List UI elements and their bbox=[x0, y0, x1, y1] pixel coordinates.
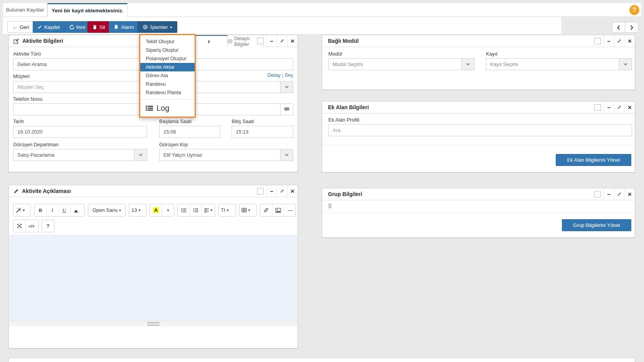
editor-resize-bar[interactable] bbox=[9, 321, 297, 326]
menu-item-create-potential[interactable]: Potansiyel Oluştur bbox=[140, 54, 195, 63]
panel-checkbox[interactable] bbox=[594, 38, 601, 44]
menu-item-log[interactable]: Log bbox=[140, 102, 195, 115]
alarm-button[interactable]: Alarm bbox=[109, 21, 139, 33]
menu-item-transfer-activity[interactable]: Aktivite Aktar bbox=[140, 63, 195, 71]
contact-person-select[interactable] bbox=[159, 149, 293, 161]
menu-item-assign-task[interactable]: Görev Ata bbox=[140, 71, 195, 80]
menu-item-create-order[interactable]: Sipariş Oluştur bbox=[140, 46, 195, 54]
expand-icon[interactable] bbox=[277, 35, 287, 47]
menu-item-create-offer[interactable]: Teklif Oluştur bbox=[140, 37, 195, 46]
activity-info-title: Aktivite Bilgileri bbox=[22, 38, 63, 44]
group-info-header: Grup Bilgileri − × bbox=[322, 188, 635, 200]
customer-select-link[interactable]: Seç bbox=[285, 72, 293, 78]
back-button[interactable]: ← Geri bbox=[7, 21, 34, 33]
description-editor-area[interactable] bbox=[9, 235, 297, 321]
line-height-dropdown[interactable]: TI ▾ bbox=[219, 204, 231, 216]
record-value bbox=[486, 58, 619, 70]
collapse-icon[interactable]: − bbox=[266, 35, 277, 47]
font-family-dropdown[interactable]: Open Sans ▾ bbox=[88, 204, 125, 216]
fullscreen-arrows-icon bbox=[17, 223, 22, 228]
contact-person-chevron[interactable] bbox=[281, 149, 293, 161]
tab-found-records[interactable]: Bulunan Kayıtlar bbox=[3, 3, 47, 17]
help-button[interactable]: ? bbox=[629, 5, 639, 15]
department-select[interactable] bbox=[13, 149, 147, 161]
close-icon[interactable]: × bbox=[287, 185, 298, 197]
panel-checkbox[interactable] bbox=[594, 104, 601, 111]
eraser-button[interactable] bbox=[70, 204, 82, 216]
bold-button[interactable]: B bbox=[34, 204, 46, 216]
ordered-list-button[interactable] bbox=[190, 204, 202, 216]
phone-comment-button[interactable] bbox=[281, 103, 293, 115]
font-color-dropdown[interactable]: ▾ bbox=[162, 204, 174, 216]
close-icon[interactable]: × bbox=[624, 35, 635, 47]
expand-icon[interactable] bbox=[277, 185, 287, 197]
save-button[interactable]: ✔ Kaydet bbox=[33, 21, 65, 33]
record-select[interactable] bbox=[486, 58, 632, 70]
module-chevron[interactable] bbox=[462, 58, 474, 70]
prev-record-button[interactable] bbox=[612, 22, 625, 33]
italic-button[interactable]: I bbox=[46, 204, 58, 216]
table-dropdown[interactable]: ▾ bbox=[239, 204, 252, 216]
magic-wand-dropdown[interactable]: ▾ bbox=[13, 204, 27, 216]
record-nav bbox=[612, 22, 638, 33]
customer-dropdown-button[interactable] bbox=[281, 81, 293, 93]
field-label: Bitiş Saati bbox=[232, 118, 254, 124]
menu-item-plan-appointment[interactable]: Randevu Planla bbox=[140, 88, 195, 97]
operations-label: İşlemler bbox=[150, 24, 168, 30]
expand-icon[interactable] bbox=[614, 35, 624, 47]
font-style-group: B I U bbox=[34, 204, 85, 217]
next-record-button[interactable] bbox=[625, 22, 638, 33]
fullscreen-button[interactable] bbox=[13, 220, 25, 232]
font-color-button[interactable]: A bbox=[150, 204, 162, 216]
group-info-title: Grup Bilgileri bbox=[328, 191, 362, 197]
link-button[interactable] bbox=[260, 204, 272, 216]
manage-groups-button[interactable]: Grup Bilgilerini Yönet bbox=[562, 219, 631, 231]
font-size-dropdown[interactable]: 13 ▾ bbox=[129, 204, 143, 216]
menu-item-appointment[interactable]: Randevu bbox=[140, 80, 195, 88]
unordered-list-button[interactable] bbox=[178, 204, 190, 216]
start-time-input[interactable] bbox=[159, 126, 220, 138]
operations-button[interactable]: İşlemler ▾ bbox=[138, 21, 177, 33]
extra-fields-header: Ek Alan Bilgileri − × bbox=[322, 101, 635, 113]
chevron-left-icon bbox=[617, 25, 620, 30]
close-icon[interactable]: × bbox=[287, 35, 298, 47]
link-separator: | bbox=[282, 72, 283, 78]
department-chevron[interactable] bbox=[135, 149, 147, 161]
record-chevron[interactable] bbox=[619, 58, 632, 70]
close-icon[interactable]: × bbox=[624, 188, 635, 200]
module-select[interactable] bbox=[328, 58, 474, 70]
linked-module-controls: − × bbox=[592, 35, 635, 47]
panel-checkbox[interactable] bbox=[594, 191, 601, 198]
delete-button[interactable]: Sil bbox=[87, 21, 110, 33]
end-time-input[interactable] bbox=[232, 126, 293, 138]
panel-checkbox[interactable] bbox=[257, 38, 264, 44]
table-group: ▾ bbox=[239, 204, 257, 217]
collapse-icon[interactable]: − bbox=[266, 185, 277, 197]
picture-button[interactable] bbox=[272, 204, 284, 216]
customer-detail-link[interactable]: Detay bbox=[267, 72, 281, 78]
horizontal-rule-button[interactable]: — bbox=[284, 204, 296, 216]
check-icon: ✔ bbox=[38, 24, 42, 30]
new-button[interactable]: Yeni bbox=[64, 21, 90, 33]
date-input[interactable] bbox=[13, 126, 147, 138]
edit-pencil-square-icon bbox=[13, 38, 19, 44]
expand-icon[interactable] bbox=[614, 101, 624, 113]
activity-info-controls: − × bbox=[254, 35, 298, 47]
eraser-icon bbox=[74, 208, 79, 213]
tab-new-record[interactable]: Yeni bir kayıt eklemektesiniz. bbox=[47, 3, 128, 17]
editor-help-button[interactable]: ? bbox=[42, 220, 54, 232]
paragraph-align-dropdown[interactable]: ▾ bbox=[202, 204, 215, 216]
chevron-down-icon bbox=[139, 154, 143, 156]
field-label: Görüşen Departman bbox=[13, 142, 59, 147]
extra-field-search-input[interactable] bbox=[328, 124, 632, 136]
manage-extra-fields-button[interactable]: Ek Alan Bilgilerini Yönet bbox=[556, 154, 631, 166]
new-label: Yeni bbox=[76, 24, 85, 30]
code-view-button[interactable]: </> bbox=[25, 220, 37, 232]
collapse-icon[interactable]: − bbox=[604, 101, 614, 113]
collapse-icon[interactable]: − bbox=[604, 188, 614, 200]
expand-icon[interactable] bbox=[614, 188, 624, 200]
underline-button[interactable]: U bbox=[58, 204, 70, 216]
panel-checkbox[interactable] bbox=[257, 188, 264, 195]
collapse-icon[interactable]: − bbox=[604, 35, 614, 47]
close-icon[interactable]: × bbox=[624, 101, 635, 113]
